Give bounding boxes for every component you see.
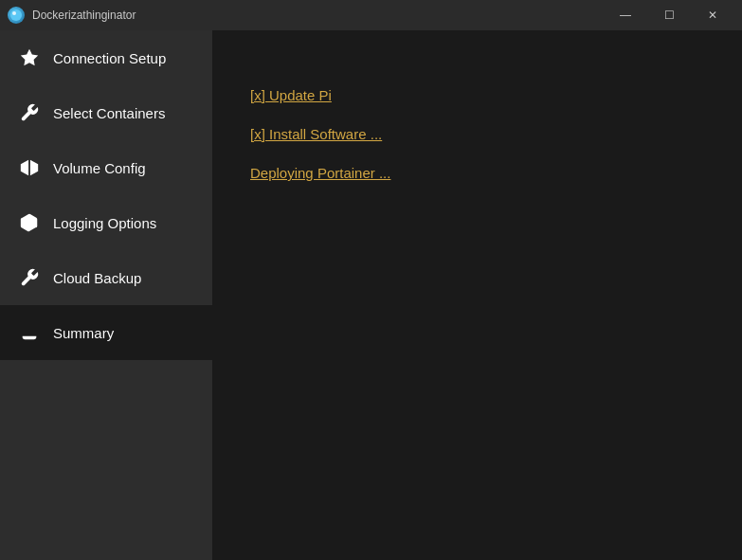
- maximize-button[interactable]: ☐: [647, 0, 691, 30]
- title-bar-left: Dockerizathinginator: [8, 7, 136, 24]
- logging-options-label: Logging Options: [53, 215, 156, 231]
- logging-icon: [19, 212, 40, 233]
- minimize-button[interactable]: —: [604, 0, 647, 30]
- status-line-0: [x] Update Pi: [250, 87, 704, 103]
- sidebar-item-summary[interactable]: Summary: [0, 305, 212, 360]
- svg-marker-2: [21, 49, 38, 65]
- window-controls: — ☐ ✕: [604, 0, 734, 30]
- main-content: [x] Update Pi [x] Install Software ... D…: [212, 30, 742, 560]
- svg-marker-4: [30, 160, 38, 176]
- sidebar-item-select-containers[interactable]: Select Containers: [0, 85, 212, 140]
- volume-icon: [19, 157, 40, 178]
- status-line-2: Deploying Portainer ...: [250, 165, 704, 181]
- cloud-icon: [19, 267, 40, 288]
- sidebar: Connection Setup Select Containers: [0, 30, 212, 560]
- summary-icon: [19, 322, 40, 343]
- app-title: Dockerizathinginator: [32, 9, 136, 22]
- svg-point-0: [10, 9, 22, 21]
- content-area: Connection Setup Select Containers: [0, 30, 742, 560]
- status-line-1: [x] Install Software ...: [250, 126, 704, 142]
- svg-point-1: [12, 11, 16, 15]
- svg-marker-3: [21, 160, 28, 176]
- sidebar-item-volume-config[interactable]: Volume Config: [0, 140, 212, 195]
- select-containers-label: Select Containers: [53, 105, 165, 121]
- connection-setup-label: Connection Setup: [53, 50, 166, 66]
- close-button[interactable]: ✕: [691, 0, 734, 30]
- app-window: Dockerizathinginator — ☐ ✕ Connection Se…: [0, 0, 742, 560]
- volume-config-label: Volume Config: [53, 160, 146, 176]
- containers-icon: [19, 102, 40, 123]
- cloud-backup-label: Cloud Backup: [53, 270, 141, 286]
- title-bar: Dockerizathinginator — ☐ ✕: [0, 0, 742, 30]
- sidebar-item-cloud-backup[interactable]: Cloud Backup: [0, 250, 212, 305]
- star-icon: [19, 47, 40, 68]
- sidebar-item-connection-setup[interactable]: Connection Setup: [0, 30, 212, 85]
- app-icon: [8, 7, 25, 24]
- sidebar-item-logging-options[interactable]: Logging Options: [0, 195, 212, 250]
- summary-label: Summary: [53, 325, 114, 341]
